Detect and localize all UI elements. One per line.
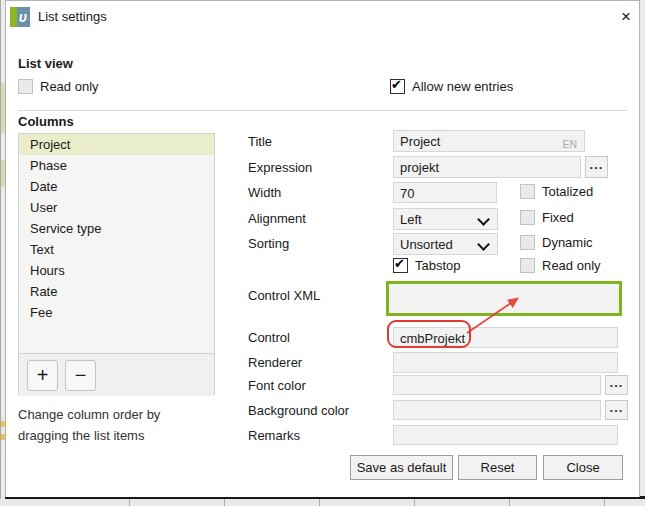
renderer-input[interactable] — [393, 352, 618, 373]
font-color-input[interactable] — [393, 375, 601, 395]
logo-letter: υ — [16, 7, 30, 27]
title-input[interactable]: Project EN — [393, 130, 585, 152]
alignment-label: Alignment — [248, 211, 306, 227]
drag-hint-line2: dragging the list items — [18, 425, 160, 446]
sorting-select[interactable]: Unsorted — [393, 233, 498, 255]
control-xml-label: Control XML — [248, 288, 320, 304]
list-item-text[interactable]: Text — [19, 239, 214, 260]
list-item-rate[interactable]: Rate — [19, 281, 214, 302]
tabstop-checkbox[interactable]: ✔ — [393, 258, 408, 273]
screen: υ List settings × List view ✔ Read only … — [0, 0, 645, 506]
reset-button[interactable]: Reset — [458, 455, 537, 480]
columns-list: Project Phase Date User Service type Tex… — [18, 133, 215, 395]
font-color-label: Font color — [248, 378, 306, 394]
add-column-button[interactable]: + — [27, 360, 58, 391]
drag-hint-line1: Change column order by — [18, 404, 160, 425]
control-label: Control — [248, 330, 290, 346]
drag-hint-text: Change column order by dragging the list… — [18, 404, 160, 446]
renderer-label: Renderer — [248, 355, 302, 371]
remarks-label: Remarks — [248, 428, 300, 444]
font-color-ellipsis-button[interactable]: ... — [605, 375, 628, 395]
fixed-checkbox[interactable]: ✔ — [520, 210, 535, 225]
list-item-user[interactable]: User — [19, 197, 214, 218]
list-button-row: + − — [19, 353, 214, 396]
columns-list-items: Project Phase Date User Service type Tex… — [19, 134, 214, 353]
expression-input[interactable]: projekt — [393, 156, 581, 178]
chevron-down-icon — [477, 213, 490, 226]
allow-new-entries-label: Allow new entries — [412, 79, 513, 95]
alignment-select[interactable]: Left — [393, 208, 498, 230]
list-item-hours[interactable]: Hours — [19, 260, 214, 281]
read-only-column-label: Read only — [542, 258, 601, 274]
chevron-down-icon — [477, 238, 490, 251]
alignment-value: Left — [400, 212, 422, 227]
remove-column-button[interactable]: − — [65, 360, 96, 391]
fixed-label: Fixed — [542, 210, 574, 226]
language-tag: EN — [562, 135, 577, 152]
allow-new-entries-checkbox[interactable]: ✔ — [390, 79, 405, 94]
remarks-input[interactable] — [393, 425, 618, 445]
background-color-input[interactable] — [393, 400, 601, 420]
expression-value: projekt — [400, 160, 439, 175]
title-value: Project — [400, 134, 440, 149]
width-value: 70 — [400, 186, 414, 201]
control-xml-line1: <ComboBox Overide="cmbProjekt"> — [394, 314, 619, 316]
list-item-date[interactable]: Date — [19, 176, 214, 197]
close-icon[interactable]: × — [613, 5, 639, 29]
width-input[interactable]: 70 — [393, 182, 497, 203]
dynamic-checkbox[interactable]: ✔ — [520, 235, 535, 250]
window-title: List settings — [38, 9, 107, 24]
close-button[interactable]: Close — [543, 455, 623, 480]
check-icon: ✔ — [394, 258, 407, 270]
columns-heading: Columns — [18, 114, 74, 129]
background-color-ellipsis-button[interactable]: ... — [605, 400, 628, 420]
width-label: Width — [248, 185, 281, 201]
list-item-fee[interactable]: Fee — [19, 302, 214, 323]
sorting-value: Unsorted — [400, 237, 453, 252]
control-annotation-box — [387, 320, 471, 348]
save-as-default-button[interactable]: Save as default — [350, 455, 453, 480]
expression-label: Expression — [248, 160, 312, 176]
dynamic-label: Dynamic — [542, 235, 593, 251]
totalized-checkbox[interactable]: ✔ — [520, 184, 535, 199]
app-logo-icon: υ — [10, 7, 30, 27]
title-label: Title — [248, 134, 272, 150]
read-only-column-checkbox[interactable]: ✔ — [520, 258, 535, 273]
sorting-label: Sorting — [248, 236, 289, 252]
control-xml-input[interactable]: <ComboBox Overide="cmbProjekt"> <ComboBo… — [386, 281, 622, 316]
background-app-bottom-strip — [0, 499, 645, 506]
tabstop-label: Tabstop — [415, 258, 461, 274]
read-only-list-checkbox[interactable]: ✔ — [18, 79, 33, 94]
list-item-project[interactable]: Project — [19, 134, 214, 155]
list-item-phase[interactable]: Phase — [19, 155, 214, 176]
section-divider — [18, 110, 628, 111]
xml-highlight-annotation: "cmbProjekt" — [518, 313, 593, 316]
check-icon: ✔ — [391, 79, 404, 91]
list-item-service-type[interactable]: Service type — [19, 218, 214, 239]
background-color-label: Background color — [248, 403, 349, 419]
totalized-label: Totalized — [542, 184, 593, 200]
list-view-heading: List view — [18, 56, 73, 71]
expression-ellipsis-button[interactable]: ... — [585, 156, 608, 178]
read-only-list-label: Read only — [40, 79, 99, 95]
